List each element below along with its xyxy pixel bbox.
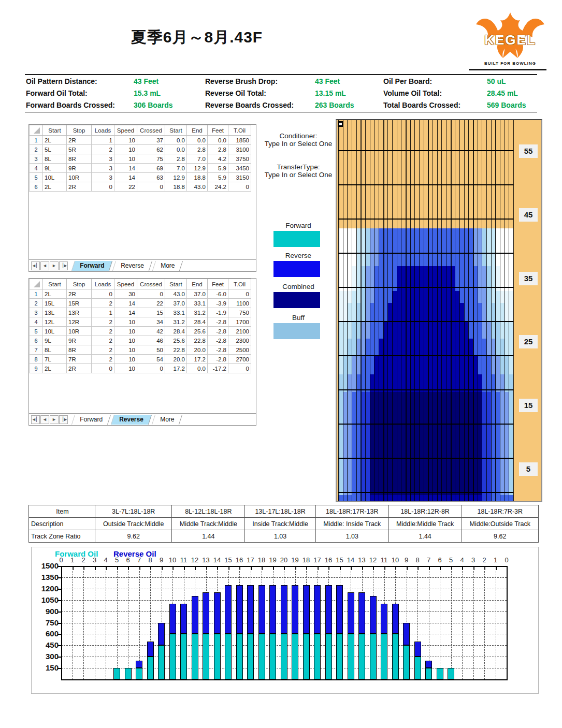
column-header[interactable]: Crossed: [137, 125, 165, 136]
table-cell[interactable]: -2.8: [208, 336, 228, 345]
table-cell[interactable]: -3.9: [208, 299, 228, 308]
transfer-type-select[interactable]: TransferType: Type In or Select One: [258, 163, 339, 179]
table-cell[interactable]: 0: [137, 289, 165, 299]
table-cell[interactable]: 2R: [67, 364, 92, 373]
table-cell[interactable]: 5.9: [208, 164, 228, 173]
table-cell[interactable]: 10: [114, 154, 137, 164]
table-cell[interactable]: 2: [92, 355, 114, 364]
table-cell[interactable]: 2.8: [187, 145, 208, 154]
column-header[interactable]: Speed: [114, 279, 137, 289]
table-cell[interactable]: 10: [114, 327, 137, 336]
table-cell[interactable]: -2.8: [208, 355, 228, 364]
sheet-tab-forward[interactable]: Forward: [71, 415, 111, 425]
table-cell[interactable]: 2: [92, 327, 114, 336]
table-cell[interactable]: 33.1: [165, 308, 187, 317]
table-cell[interactable]: 3750: [228, 154, 251, 164]
row-number[interactable]: 1: [30, 136, 43, 145]
table-cell[interactable]: 15R: [67, 299, 92, 308]
table-cell[interactable]: 8R: [67, 154, 92, 164]
table-cell[interactable]: 2.8: [208, 145, 228, 154]
table-cell[interactable]: 2700: [228, 355, 251, 364]
table-cell[interactable]: 0.0: [208, 136, 228, 145]
table-cell[interactable]: 34: [137, 317, 165, 327]
row-number[interactable]: 4: [30, 164, 43, 173]
table-cell[interactable]: 22.8: [165, 345, 187, 355]
row-number[interactable]: 7: [30, 345, 43, 355]
table-cell[interactable]: 30: [114, 289, 137, 299]
table-cell[interactable]: 17.2: [165, 364, 187, 373]
table-cell[interactable]: 10: [114, 364, 137, 373]
table-cell[interactable]: 3450: [228, 164, 251, 173]
table-cell[interactable]: 75: [137, 154, 165, 164]
table-cell[interactable]: 2L: [43, 364, 67, 373]
table-cell[interactable]: 14: [114, 164, 137, 173]
column-header[interactable]: T.Oil: [228, 125, 251, 136]
table-cell[interactable]: 43.0: [187, 182, 208, 192]
table-cell[interactable]: 0: [137, 364, 165, 373]
table-cell[interactable]: 10R: [67, 173, 92, 182]
row-number[interactable]: 9: [30, 364, 43, 373]
table-cell[interactable]: 13L: [43, 308, 67, 317]
table-cell[interactable]: -1.9: [208, 308, 228, 317]
table-cell[interactable]: 9L: [43, 336, 67, 345]
column-header[interactable]: T.Oil: [228, 279, 251, 289]
table-cell[interactable]: 12.9: [187, 164, 208, 173]
table-cell[interactable]: -17.2: [208, 364, 228, 373]
sheet-tab-reverse[interactable]: Reverse: [111, 415, 152, 425]
last-record-icon[interactable]: ▕►: [59, 415, 68, 424]
table-cell[interactable]: 1850: [228, 136, 251, 145]
table-cell[interactable]: -2.8: [208, 327, 228, 336]
table-cell[interactable]: 12.9: [165, 173, 187, 182]
table-cell[interactable]: 46: [137, 336, 165, 345]
table-cell[interactable]: 7.0: [187, 154, 208, 164]
table-cell[interactable]: 0: [228, 182, 251, 192]
column-header[interactable]: Feet: [208, 279, 228, 289]
table-cell[interactable]: 0: [137, 182, 165, 192]
sheet-tab-reverse[interactable]: Reverse: [112, 261, 152, 271]
table-cell[interactable]: 2100: [228, 327, 251, 336]
table-cell[interactable]: 25.6: [165, 336, 187, 345]
table-cell[interactable]: 37.0: [165, 299, 187, 308]
table-cell[interactable]: 8L: [43, 345, 67, 355]
column-header[interactable]: Start: [165, 279, 187, 289]
table-cell[interactable]: 2.8: [165, 154, 187, 164]
table-cell[interactable]: 3: [92, 173, 114, 182]
table-cell[interactable]: 2L: [43, 182, 67, 192]
table-cell[interactable]: 0.0: [187, 136, 208, 145]
table-cell[interactable]: 69: [137, 164, 165, 173]
table-cell[interactable]: 2R: [67, 182, 92, 192]
table-cell[interactable]: 10: [114, 345, 137, 355]
sheet-tab-more[interactable]: More: [152, 415, 183, 425]
table-cell[interactable]: 13R: [67, 308, 92, 317]
column-header[interactable]: Start: [43, 279, 67, 289]
table-cell[interactable]: 22.8: [187, 336, 208, 345]
table-cell[interactable]: 54: [137, 355, 165, 364]
table-cell[interactable]: 18.8: [165, 182, 187, 192]
table-cell[interactable]: 14: [114, 173, 137, 182]
table-cell[interactable]: 5R: [67, 145, 92, 154]
table-cell[interactable]: 14: [114, 299, 137, 308]
table-cell[interactable]: 3100: [228, 145, 251, 154]
table-cell[interactable]: 8R: [67, 345, 92, 355]
row-number[interactable]: 6: [30, 182, 43, 192]
table-cell[interactable]: 1: [92, 308, 114, 317]
table-cell[interactable]: 10: [114, 317, 137, 327]
table-cell[interactable]: 12L: [43, 317, 67, 327]
table-cell[interactable]: 7.0: [165, 164, 187, 173]
table-cell[interactable]: 43.0: [165, 289, 187, 299]
column-header[interactable]: Stop: [67, 125, 92, 136]
table-cell[interactable]: 2: [92, 317, 114, 327]
table-cell[interactable]: 2300: [228, 336, 251, 345]
table-cell[interactable]: 9L: [43, 164, 67, 173]
row-number[interactable]: 2: [30, 299, 43, 308]
conditioner-value[interactable]: Type In or Select One: [258, 140, 339, 148]
table-cell[interactable]: 4.2: [208, 154, 228, 164]
next-record-icon[interactable]: ►: [50, 415, 59, 424]
table-cell[interactable]: 9R: [67, 336, 92, 345]
table-cell[interactable]: 0: [228, 364, 251, 373]
next-record-icon[interactable]: ►: [50, 261, 59, 270]
sheet-tab-forward[interactable]: Forward: [71, 261, 113, 271]
table-cell[interactable]: 2500: [228, 345, 251, 355]
table-cell[interactable]: 20.0: [187, 345, 208, 355]
table-cell[interactable]: 10L: [43, 173, 67, 182]
